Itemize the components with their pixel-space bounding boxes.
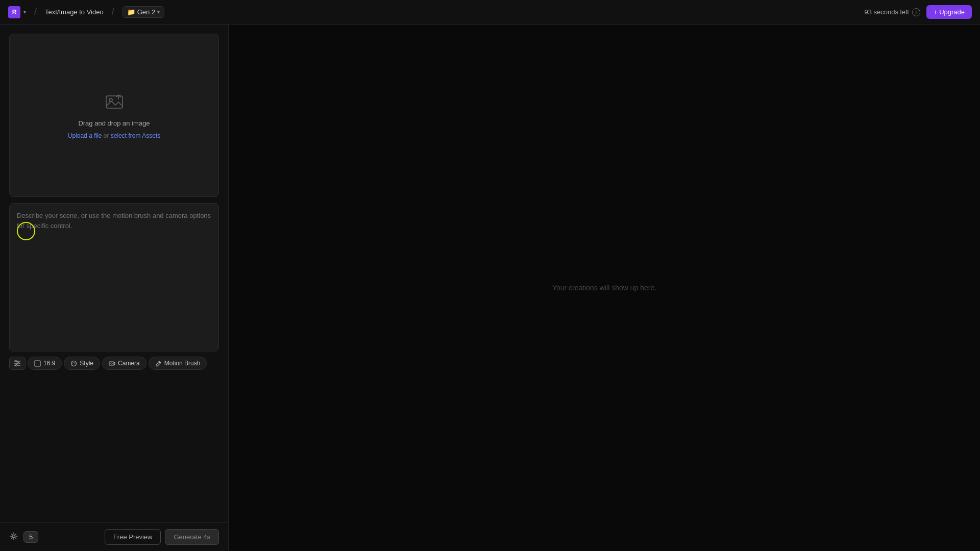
- motion-brush-button[interactable]: Motion Brush: [149, 357, 207, 370]
- main-layout: Drag and drop an image Upload a file or …: [0, 24, 980, 551]
- topbar-right: 93 seconds left i + Upgrade: [864, 5, 972, 19]
- motion-brush-icon: [155, 360, 162, 367]
- drop-or-text: or: [104, 132, 109, 139]
- free-preview-button[interactable]: Free Preview: [105, 529, 161, 545]
- upload-link[interactable]: Upload a file: [68, 132, 102, 139]
- bottom-right: Free Preview Generate 4s: [105, 529, 219, 545]
- nav-separator-2: /: [112, 7, 114, 17]
- prompt-textarea[interactable]: [10, 204, 218, 351]
- timer-info: 93 seconds left i: [864, 8, 920, 16]
- image-drop-area[interactable]: Drag and drop an image Upload a file or …: [9, 34, 219, 197]
- svg-point-12: [13, 535, 15, 537]
- image-upload-icon: [104, 92, 125, 114]
- nav-label: Text/Image to Video: [45, 8, 104, 16]
- settings-icon: [9, 532, 18, 541]
- logo-icon: R: [8, 6, 20, 18]
- timer-text: 93 seconds left: [864, 8, 909, 16]
- right-panel: Your creations will show up here.: [229, 24, 980, 551]
- svg-point-6: [18, 363, 19, 364]
- camera-icon: [109, 360, 115, 367]
- generate-label: Generate 4s: [174, 533, 210, 541]
- sliders-icon: [14, 360, 21, 367]
- drop-main-text: Drag and drop an image: [78, 119, 150, 127]
- toolbar: 16:9 Style Camera: [0, 352, 228, 375]
- gen-version-selector[interactable]: 📁 Gen 2 ▾: [122, 6, 164, 18]
- spacer: [0, 375, 228, 522]
- aspect-ratio-button[interactable]: 16:9: [28, 357, 62, 370]
- upgrade-label: + Upgrade: [934, 8, 965, 16]
- svg-point-11: [111, 363, 112, 364]
- free-preview-label: Free Preview: [113, 533, 153, 541]
- topbar-left: R ▾ / Text/Image to Video / 📁 Gen 2 ▾: [8, 6, 164, 18]
- svg-rect-0: [106, 96, 122, 108]
- bottom-bar: 5 Free Preview Generate 4s: [0, 522, 228, 551]
- logo-area[interactable]: R ▾: [8, 6, 26, 18]
- camera-button[interactable]: Camera: [102, 357, 146, 370]
- svg-point-7: [16, 365, 17, 366]
- logo-chevron-icon: ▾: [23, 9, 26, 15]
- generate-button[interactable]: Generate 4s: [165, 529, 219, 545]
- style-label: Style: [80, 360, 93, 367]
- svg-rect-10: [109, 362, 114, 365]
- gen-version-label: Gen 2: [137, 8, 155, 16]
- motion-brush-label: Motion Brush: [164, 360, 201, 367]
- settings-toolbar-button[interactable]: [9, 357, 26, 370]
- timer-info-icon[interactable]: i: [912, 8, 920, 16]
- drop-sub-text: Upload a file or select from Assets: [68, 132, 160, 139]
- aspect-ratio-icon: [34, 360, 41, 367]
- bottom-left: 5: [9, 531, 38, 543]
- style-button[interactable]: Style: [64, 357, 100, 370]
- aspect-ratio-label: 16:9: [43, 360, 55, 367]
- left-panel: Drag and drop an image Upload a file or …: [0, 24, 229, 551]
- svg-point-9: [71, 361, 77, 366]
- camera-label: Camera: [118, 360, 140, 367]
- count-value: 5: [29, 533, 33, 541]
- topbar: R ▾ / Text/Image to Video / 📁 Gen 2 ▾ 93…: [0, 0, 980, 24]
- svg-point-5: [15, 361, 17, 362]
- nav-text-to-video[interactable]: Text/Image to Video: [45, 8, 104, 16]
- style-icon: [70, 360, 77, 367]
- gen-version-chevron-icon: ▾: [157, 9, 160, 15]
- prompt-container: [9, 203, 219, 352]
- empty-state-text: Your creations will show up here.: [552, 284, 656, 292]
- upgrade-button[interactable]: + Upgrade: [926, 5, 972, 19]
- bottom-settings-button[interactable]: [9, 532, 18, 543]
- nav-separator: /: [34, 7, 37, 17]
- svg-rect-8: [35, 361, 40, 366]
- count-badge[interactable]: 5: [23, 531, 38, 543]
- folder-icon: 📁: [127, 8, 135, 16]
- assets-link[interactable]: select from Assets: [111, 132, 160, 139]
